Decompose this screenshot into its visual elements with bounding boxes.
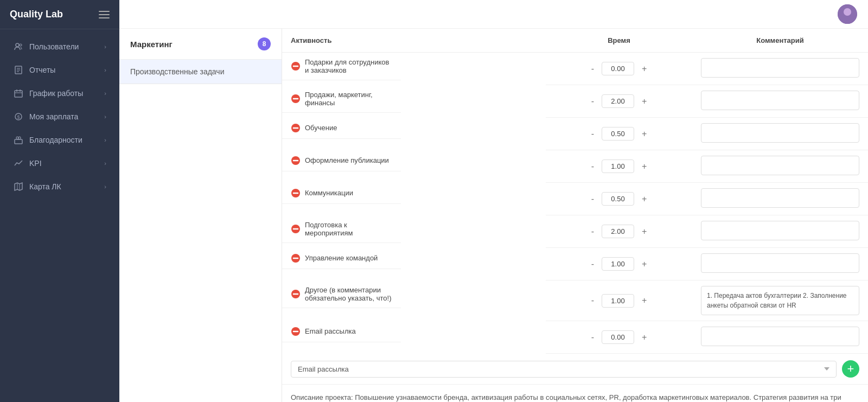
time-cell: -1.00+ <box>554 257 684 271</box>
time-minus-button[interactable]: - <box>588 95 597 107</box>
topbar <box>119 0 868 29</box>
add-activity-select[interactable]: Email рассылка Подарки для сотрудников и… <box>291 361 837 378</box>
left-panel: Маркетинг 8 Производственные задачи <box>119 29 282 402</box>
time-plus-button[interactable]: + <box>639 95 650 107</box>
sidebar-item-label: KPI <box>29 159 42 168</box>
chevron-icon: › <box>104 113 106 120</box>
time-minus-button[interactable]: - <box>588 63 597 75</box>
time-minus-button[interactable]: - <box>588 193 597 205</box>
users-icon <box>13 41 24 52</box>
time-plus-button[interactable]: + <box>639 193 650 205</box>
remove-activity-button[interactable] <box>291 289 301 299</box>
svg-marker-13 <box>15 183 22 190</box>
comment-input[interactable] <box>701 58 859 78</box>
reports-icon <box>13 65 24 75</box>
table-row: Обучение-0.50+ <box>282 118 868 150</box>
time-plus-button[interactable]: + <box>639 161 650 173</box>
time-minus-button[interactable]: - <box>588 331 597 343</box>
remove-activity-button[interactable] <box>291 327 301 336</box>
activity-name: Продажи, маркетинг, финансы <box>305 91 392 107</box>
remove-activity-button[interactable] <box>291 94 301 104</box>
sidebar-item-label: Отчеты <box>29 66 55 74</box>
chevron-icon: › <box>104 43 106 50</box>
table-row: Email рассылка-0.00+ <box>282 321 868 354</box>
svg-rect-6 <box>15 91 22 97</box>
sidebar-item-thanks[interactable]: Благодарности › <box>3 129 116 151</box>
activity-table: Активность Время Комментарий Подарки для… <box>282 29 868 354</box>
comment-input[interactable] <box>701 156 859 175</box>
sidebar-header: Quality Lab <box>0 0 119 29</box>
comment-input[interactable] <box>701 123 859 143</box>
schedule-icon <box>13 88 24 99</box>
comment-input[interactable] <box>701 327 859 346</box>
remove-activity-button[interactable] <box>291 224 301 234</box>
time-value: 0.00 <box>602 62 634 75</box>
activity-name: Подготовка к мероприятиям <box>305 221 392 237</box>
time-cell: -1.00+ <box>554 294 684 308</box>
time-plus-button[interactable]: + <box>639 128 650 140</box>
sidebar-item-kpi[interactable]: KPI › <box>3 152 116 175</box>
sidebar-item-schedule[interactable]: График работы › <box>3 82 116 105</box>
content-area: Маркетинг 8 Производственные задачи Акти… <box>119 29 868 402</box>
table-row: Подарки для сотрудников и заказчиков-0.0… <box>282 53 868 85</box>
time-cell: -2.00+ <box>554 225 684 238</box>
time-value: 0.50 <box>602 192 634 206</box>
time-plus-button[interactable]: + <box>639 226 650 238</box>
user-avatar[interactable] <box>838 4 857 24</box>
time-plus-button[interactable]: + <box>639 258 650 270</box>
map-icon <box>13 181 24 192</box>
section-title: Маркетинг <box>130 40 173 49</box>
time-cell: -0.00+ <box>554 330 684 344</box>
app-title: Quality Lab <box>10 9 63 20</box>
time-cell: -0.00+ <box>554 62 684 75</box>
svg-text:$: $ <box>17 114 20 120</box>
svg-point-0 <box>16 43 19 47</box>
activity-name: Подарки для сотрудников и заказчиков <box>305 58 392 74</box>
time-minus-button[interactable]: - <box>588 161 597 173</box>
time-minus-button[interactable]: - <box>588 295 597 307</box>
sidebar-item-users[interactable]: Пользователи › <box>3 35 116 58</box>
comment-input[interactable] <box>701 188 859 208</box>
comment-input[interactable] <box>701 221 859 240</box>
sub-item-production[interactable]: Производственные задачи <box>119 60 282 84</box>
chevron-icon: › <box>104 67 106 73</box>
sidebar: Quality Lab Пользователи › Отчеты › <box>0 0 119 402</box>
activity-name: Коммуникации <box>305 189 353 197</box>
time-plus-button[interactable]: + <box>639 63 650 75</box>
add-activity-row: Email рассылка Подарки для сотрудников и… <box>282 354 868 385</box>
chevron-icon: › <box>104 183 106 190</box>
sidebar-item-label: Моя зарплата <box>29 112 78 121</box>
remove-activity-button[interactable] <box>291 156 301 165</box>
comment-input[interactable] <box>701 253 859 273</box>
remove-activity-button[interactable] <box>291 61 301 71</box>
time-minus-button[interactable]: - <box>588 258 597 270</box>
salary-icon: $ <box>13 111 24 122</box>
sidebar-item-map[interactable]: Карта ЛК › <box>3 175 116 198</box>
sidebar-item-reports[interactable]: Отчеты › <box>3 59 116 81</box>
comment-input[interactable] <box>701 91 859 110</box>
sidebar-item-salary[interactable]: $ Моя зарплата › <box>3 105 116 128</box>
header-activity: Активность <box>282 29 546 53</box>
time-minus-button[interactable]: - <box>588 226 597 238</box>
section-header: Маркетинг 8 <box>119 29 282 60</box>
time-cell: -0.50+ <box>554 127 684 141</box>
svg-rect-12 <box>15 139 22 144</box>
remove-activity-button[interactable] <box>291 123 301 133</box>
time-plus-button[interactable]: + <box>639 331 650 343</box>
table-row: Оформление публикации-1.00+ <box>282 150 868 183</box>
time-plus-button[interactable]: + <box>639 295 650 307</box>
time-cell: -2.00+ <box>554 94 684 108</box>
right-panel: Активность Время Комментарий Подарки для… <box>282 29 868 402</box>
table-row: Другое (в комментарии обязательно указат… <box>282 280 868 321</box>
hamburger-menu[interactable] <box>99 11 110 18</box>
remove-activity-button[interactable] <box>291 253 301 263</box>
activity-name: Управление командой <box>305 254 378 262</box>
remove-activity-button[interactable] <box>291 188 301 198</box>
activity-name: Email рассылка <box>305 327 356 335</box>
time-value: 1.00 <box>602 294 634 308</box>
sidebar-item-label: Благодарности <box>29 136 82 144</box>
comment-text[interactable]: 1. Передача актов бухгалтерии 2. Заполне… <box>701 286 859 315</box>
add-activity-button[interactable]: + <box>842 360 859 378</box>
time-minus-button[interactable]: - <box>588 128 597 140</box>
header-time: Время <box>546 29 692 53</box>
